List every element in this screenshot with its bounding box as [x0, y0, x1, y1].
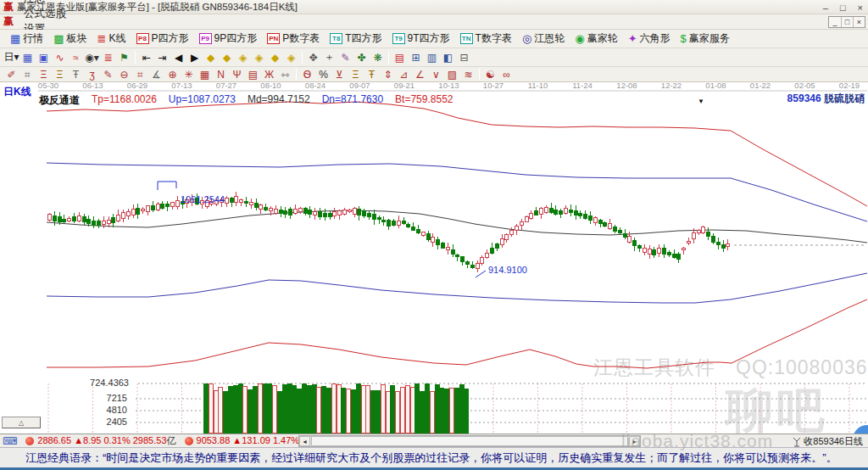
pattern-icon[interactable]: ❋ — [370, 50, 386, 64]
gann-diamond-1-icon[interactable]: ◆ — [203, 50, 219, 64]
flag-icon[interactable]: ⚑ — [116, 50, 132, 64]
sector-button[interactable]: ▩板块 — [48, 31, 92, 48]
market-button[interactable]: ▦行情 — [5, 31, 48, 48]
gann-diamond-2-icon[interactable]: ◆ — [219, 50, 235, 64]
prev-bar-icon[interactable]: ◀ — [170, 50, 186, 64]
square-grid-icon[interactable]: ⌗ — [132, 67, 148, 81]
triangle-tool-icon[interactable]: ⊿ — [396, 67, 412, 81]
next-bar-icon[interactable]: ▶ — [186, 50, 203, 64]
sector-button-label: 板块 — [67, 31, 87, 46]
hexagon-button[interactable]: ✦六角形 — [623, 31, 676, 48]
period-day-selector[interactable]: 日▾ — [3, 50, 19, 64]
mdi-close-button[interactable]: × — [853, 17, 865, 27]
menu-公式选股[interactable]: 公式选股 — [17, 7, 73, 22]
t-square-button[interactable]: T8T四方形 — [325, 31, 387, 48]
pen-tool-icon[interactable]: ✐ — [3, 67, 19, 81]
p-number-table-button[interactable]: PNP数字表 — [262, 31, 325, 48]
first-bar-icon[interactable]: ⇤ — [138, 50, 154, 64]
winner-service-button[interactable]: $赢家服务 — [676, 31, 735, 48]
index-icon-2[interactable] — [185, 437, 193, 445]
taiji-icon[interactable]: ☯ — [482, 67, 498, 81]
report-icon[interactable]: ▥ — [424, 50, 440, 64]
keyboard-icon[interactable]: ⌨ — [3, 435, 17, 447]
annotate-icon[interactable]: ✎ — [100, 67, 116, 81]
nine-p-square-button[interactable]: P99P四方形 — [194, 31, 263, 48]
channel-tool-icon[interactable]: ≋ — [460, 67, 476, 81]
gann-diamond-6-icon[interactable]: ◈ — [283, 50, 299, 64]
price-ruler-icon[interactable]: ⇕ — [380, 67, 396, 81]
check-line-icon[interactable]: ∨ — [428, 67, 444, 81]
status-quote: 江恩经典语录：“时间是决定市场走势的重要因素，经过详细研究大市及个别股票的过往记… — [25, 450, 837, 466]
t-line-icon[interactable]: Ŧ — [68, 67, 84, 81]
grid-tool-icon[interactable]: ⌗ — [19, 67, 36, 81]
chart-area[interactable]: 江恩工具软件 QQ:100800360 聊吧 05-3006-1306-2907… — [0, 82, 868, 434]
mdi-restore-button[interactable]: □ — [841, 17, 853, 27]
oval-tool-icon[interactable]: Ѳ — [299, 67, 315, 81]
gann-fan-icon[interactable]: ✳ — [181, 67, 197, 81]
draw-tool-icon[interactable]: ✎ — [337, 50, 353, 64]
mdi-minimize-button[interactable]: _ — [829, 17, 841, 27]
save-icon[interactable]: ◧ — [440, 50, 456, 64]
angle-tool-icon[interactable]: ∡ — [148, 67, 164, 81]
kline-button[interactable]: ≣K线 — [92, 31, 131, 48]
p-square-button[interactable]: P8P四方形 — [131, 31, 194, 48]
gann-diamond-5-icon[interactable]: ◆ — [267, 50, 283, 64]
time-ruler-icon[interactable]: Ŧ — [364, 67, 380, 81]
trough-price-label: 914.9100 — [488, 265, 527, 275]
retrace-icon[interactable]: ⊻ — [331, 67, 348, 81]
index-quote-1[interactable]: 2886.65 ▲8.95 0.31% 2985.53亿 — [37, 434, 175, 447]
minimize-button[interactable]: – — [823, 3, 828, 13]
last-bar-icon[interactable]: ⇥ — [154, 50, 170, 64]
horizontal-scrollbar[interactable]: ◂ ▸ — [298, 435, 641, 447]
gann-diamond-4-icon[interactable]: ◈ — [251, 50, 267, 64]
scroll-thumb[interactable] — [311, 436, 628, 446]
golden-section-icon[interactable]: Ξ — [348, 67, 364, 81]
t-number-table-button[interactable]: TNT数字表 — [455, 31, 517, 48]
gann-circle-icon[interactable]: ⊕ — [164, 67, 181, 81]
close-button[interactable]: × — [858, 3, 863, 13]
shade-box-icon[interactable]: ▨ — [444, 67, 460, 81]
spiral-icon[interactable]: ʒ — [84, 67, 100, 81]
crosshair-icon[interactable]: ＋ — [321, 50, 337, 64]
infinity-icon[interactable]: ∞ — [498, 67, 515, 81]
gann-diamond-3-icon[interactable]: ◈ — [235, 50, 251, 64]
fork-line-icon[interactable]: Ψ — [229, 67, 245, 81]
indicator-list-icon[interactable]: ≣ — [100, 50, 116, 64]
gann-line-1-icon[interactable]: Ξ — [36, 67, 52, 81]
kline-chart-svg[interactable]: 05-3006-1306-2907-1307-2708-1008-2409-07… — [0, 82, 868, 434]
index-icon-1[interactable] — [25, 437, 34, 445]
curve-icon[interactable]: ∿ — [52, 50, 68, 64]
ticker-items: 2886.65 ▲8.95 0.31% 2985.53亿9053.88 ▲131… — [17, 434, 345, 447]
peak-bracket — [158, 182, 176, 190]
angle-line-icon[interactable]: ∠ — [412, 67, 428, 81]
export-icon[interactable]: ⊟ — [456, 50, 472, 64]
percent-tool-icon[interactable]: % — [315, 67, 331, 81]
extend-line-icon[interactable]: ⇿ — [277, 67, 293, 81]
nine-t-square-button[interactable]: T99T四方形 — [387, 31, 455, 48]
calculator-icon[interactable]: ⊞ — [408, 50, 424, 64]
indicator-value: Up=1087.0273 — [169, 93, 236, 108]
calendar-icon[interactable]: ▤ — [392, 50, 408, 64]
t-square-button-icon: T8 — [330, 33, 342, 44]
date-tick: 12-08 — [616, 82, 637, 90]
band-icon[interactable]: ▤ — [245, 67, 261, 81]
star-line-icon[interactable]: Ж — [261, 67, 277, 81]
tab-daily-kline[interactable]: 日K线 — [3, 85, 31, 99]
panel-icon[interactable]: ▣ — [36, 50, 52, 64]
scroll-left-arrow[interactable]: ◂ — [299, 436, 310, 446]
maximize-button[interactable]: □ — [840, 3, 846, 13]
wave-count-icon[interactable]: Ν — [213, 67, 229, 81]
gann-wheel-button[interactable]: ◎江恩轮 — [517, 31, 570, 48]
menu-江恩[interactable]: 江恩 — [17, 0, 73, 7]
gann-line-2-icon[interactable]: Ξ — [52, 67, 68, 81]
window-grid-icon[interactable]: ▦ — [19, 50, 36, 64]
cycle-line-icon[interactable]: ⊖ — [116, 67, 132, 81]
expand-panel-button[interactable]: △ — [2, 417, 41, 428]
marker-icon[interactable]: ✤ — [353, 50, 370, 64]
pan-tool-icon[interactable]: ✥ — [305, 50, 321, 64]
indicator-value: Tp=1168.0026 — [92, 93, 157, 108]
gann-box-icon[interactable]: ▦ — [197, 67, 213, 81]
winner-wheel-button[interactable]: ◉赢家轮 — [570, 31, 622, 48]
wave-icon[interactable]: ≈ — [68, 50, 84, 64]
candle-style-selector[interactable]: ◉▾ — [84, 50, 100, 64]
